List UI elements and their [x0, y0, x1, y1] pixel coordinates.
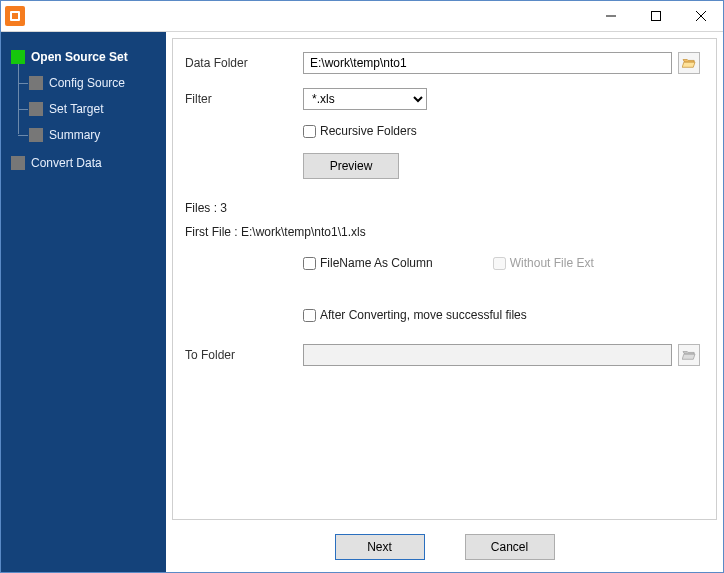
recursive-folders-checkbox[interactable]: Recursive Folders — [303, 124, 417, 138]
step-marker-icon — [29, 76, 43, 90]
checkbox-label: After Converting, move successful files — [320, 308, 527, 322]
to-folder-input — [303, 344, 672, 366]
checkbox-label: Without File Ext — [510, 256, 594, 270]
preview-button[interactable]: Preview — [303, 153, 399, 179]
sidebar-item-label: Config Source — [49, 76, 125, 90]
sidebar-item-convert-data[interactable]: Convert Data — [11, 150, 166, 176]
browse-data-folder-button[interactable] — [678, 52, 700, 74]
to-folder-label: To Folder — [185, 348, 303, 362]
files-count-text: Files : 3 — [185, 201, 700, 215]
checkbox-label: Recursive Folders — [320, 124, 417, 138]
minimize-button[interactable] — [588, 1, 633, 31]
after-converting-checkbox[interactable]: After Converting, move successful files — [303, 308, 527, 322]
sidebar-item-config-source[interactable]: Config Source — [29, 70, 166, 96]
close-button[interactable] — [678, 1, 723, 31]
cancel-button[interactable]: Cancel — [465, 534, 555, 560]
step-marker-icon — [29, 102, 43, 116]
first-file-text: First File : E:\work\temp\nto1\1.xls — [185, 225, 700, 239]
sidebar-item-set-target[interactable]: Set Target — [29, 96, 166, 122]
maximize-icon — [651, 11, 661, 21]
main-area: Data Folder Filter — [166, 32, 723, 572]
minimize-icon — [606, 11, 616, 21]
browse-to-folder-button — [678, 344, 700, 366]
next-button[interactable]: Next — [335, 534, 425, 560]
checkbox-label: FileName As Column — [320, 256, 433, 270]
step-marker-icon — [29, 128, 43, 142]
wizard-footer: Next Cancel — [166, 522, 723, 572]
step-marker-icon — [11, 156, 25, 170]
data-folder-label: Data Folder — [185, 56, 303, 70]
without-file-ext-input — [493, 257, 506, 270]
recursive-folders-input[interactable] — [303, 125, 316, 138]
filter-select[interactable]: *.xls — [303, 88, 427, 110]
app-window: Open Source Set Config Source Set Target… — [0, 0, 724, 573]
after-converting-input[interactable] — [303, 309, 316, 322]
without-file-ext-checkbox: Without File Ext — [493, 256, 594, 270]
filename-as-column-input[interactable] — [303, 257, 316, 270]
sidebar-item-label: Summary — [49, 128, 100, 142]
wizard-sidebar: Open Source Set Config Source Set Target… — [1, 32, 166, 572]
sidebar-item-label: Convert Data — [31, 156, 102, 170]
filter-label: Filter — [185, 92, 303, 106]
folder-open-icon — [682, 349, 696, 361]
data-folder-input[interactable] — [303, 52, 672, 74]
close-icon — [696, 11, 706, 21]
titlebar — [1, 1, 723, 32]
sidebar-item-label: Open Source Set — [31, 50, 128, 64]
step-marker-icon — [11, 50, 25, 64]
folder-open-icon — [682, 57, 696, 69]
app-icon — [5, 6, 25, 26]
sidebar-item-summary[interactable]: Summary — [29, 122, 166, 148]
form-panel: Data Folder Filter — [172, 38, 717, 520]
sidebar-item-open-source-set[interactable]: Open Source Set — [11, 44, 166, 70]
maximize-button[interactable] — [633, 1, 678, 31]
filename-as-column-checkbox[interactable]: FileName As Column — [303, 256, 433, 270]
svg-rect-1 — [651, 12, 660, 21]
sidebar-item-label: Set Target — [49, 102, 103, 116]
